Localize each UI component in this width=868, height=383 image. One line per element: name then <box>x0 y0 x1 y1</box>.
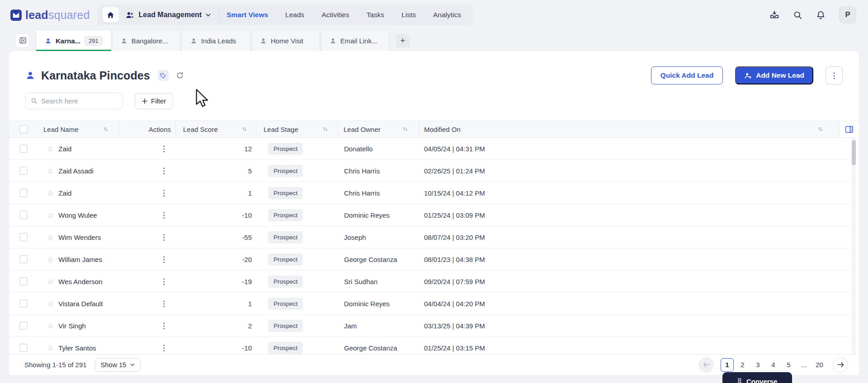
notifications-bell-button[interactable] <box>816 10 826 20</box>
lead-name[interactable]: Zaid Assadi <box>58 167 94 175</box>
table-row[interactable]: ☆ Wes Anderson ⋮ -19 Prospect Sri Sudhan… <box>9 271 859 293</box>
view-tab[interactable]: Karna... 291 <box>36 30 111 51</box>
row-actions-menu-icon[interactable]: ⋮ <box>160 278 168 285</box>
sort-icon[interactable] <box>103 126 108 132</box>
page-size-select[interactable]: Show 15 <box>95 358 141 372</box>
view-tab[interactable]: Email Link... <box>321 30 390 51</box>
row-checkbox[interactable] <box>19 189 28 197</box>
nav-item[interactable]: Leads <box>285 11 304 19</box>
search-button[interactable] <box>793 10 802 20</box>
converse-widget-button[interactable]: ⠿ Converse <box>722 372 792 383</box>
star-icon[interactable]: ☆ <box>47 167 54 175</box>
lead-name[interactable]: Wong Wulee <box>58 211 97 219</box>
column-header-modified-on[interactable]: Modified On <box>424 126 461 133</box>
row-actions-menu-icon[interactable]: ⋮ <box>160 256 168 263</box>
row-actions-menu-icon[interactable]: ⋮ <box>160 167 168 175</box>
row-actions-menu-icon[interactable]: ⋮ <box>160 145 168 153</box>
nav-item[interactable]: Smart Views <box>226 11 268 19</box>
vertical-scrollbar[interactable] <box>852 138 856 354</box>
pagination-page[interactable]: ... <box>797 358 811 372</box>
view-tab[interactable]: India Leads <box>182 30 250 51</box>
column-header-lead-stage[interactable]: Lead Stage <box>264 126 298 133</box>
star-icon[interactable]: ☆ <box>47 145 54 153</box>
lead-name[interactable]: Vir Singh <box>58 322 86 330</box>
row-actions-menu-icon[interactable]: ⋮ <box>160 344 168 352</box>
nav-item[interactable]: Lists <box>401 11 416 19</box>
user-avatar[interactable]: P <box>839 6 856 23</box>
table-row[interactable]: ☆ Wong Wulee ⋮ -10 Prospect Dominic Reye… <box>9 204 859 226</box>
row-checkbox[interactable] <box>19 344 28 352</box>
pagination-page[interactable]: 4 <box>767 358 780 372</box>
row-checkbox[interactable] <box>19 233 28 241</box>
sort-icon[interactable] <box>242 126 247 132</box>
select-all-checkbox[interactable] <box>19 125 28 133</box>
star-icon[interactable]: ☆ <box>47 211 54 219</box>
star-icon[interactable]: ☆ <box>47 256 54 263</box>
lead-name[interactable]: Zaid <box>58 189 71 197</box>
sort-icon[interactable] <box>818 126 823 132</box>
row-checkbox[interactable] <box>19 145 28 153</box>
add-view-tab-button[interactable]: + <box>396 34 410 47</box>
filter-button[interactable]: Filter <box>135 93 173 109</box>
row-actions-menu-icon[interactable]: ⋮ <box>160 211 168 219</box>
pagination-page[interactable]: 20 <box>813 358 826 372</box>
nav-item[interactable]: Activities <box>321 11 349 19</box>
refresh-icon[interactable] <box>176 71 184 79</box>
row-checkbox[interactable] <box>19 211 28 219</box>
column-header-lead-score[interactable]: Lead Score <box>183 126 218 133</box>
table-row[interactable]: ☆ Zaid ⋮ 12 Prospect Donatello 04/05/24 … <box>9 138 859 160</box>
star-icon[interactable]: ☆ <box>47 278 54 285</box>
row-checkbox[interactable] <box>19 322 28 330</box>
row-actions-menu-icon[interactable]: ⋮ <box>160 300 168 308</box>
more-actions-button[interactable]: ⋮ <box>826 66 843 84</box>
table-row[interactable]: ☆ Zaid Assadi ⋮ 5 Prospect Chris Harris … <box>9 160 859 182</box>
star-icon[interactable]: ☆ <box>47 300 54 308</box>
table-row[interactable]: ☆ William James ⋮ -20 Prospect George Co… <box>9 248 859 271</box>
star-icon[interactable]: ☆ <box>47 344 54 352</box>
column-header-lead-owner[interactable]: Lead Owner <box>344 126 381 133</box>
row-actions-menu-icon[interactable]: ⋮ <box>160 322 168 330</box>
table-row[interactable]: ☆ Vir Singh ⋮ 2 Prospect Jam 03/13/25 | … <box>9 315 859 337</box>
pagination-page[interactable]: 3 <box>751 358 764 372</box>
lead-name[interactable]: Tyler Santos <box>58 344 96 352</box>
pagination-page[interactable]: 2 <box>736 358 749 372</box>
home-button[interactable] <box>103 7 119 23</box>
star-icon[interactable]: ☆ <box>47 189 54 197</box>
next-page-button[interactable] <box>833 357 848 373</box>
row-actions-menu-icon[interactable]: ⋮ <box>160 189 168 197</box>
inbox-tray-button[interactable] <box>769 10 779 20</box>
sort-icon[interactable] <box>403 126 408 132</box>
search-input[interactable] <box>41 97 118 105</box>
lead-name[interactable]: Vistara Default <box>58 300 103 308</box>
star-icon[interactable]: ☆ <box>47 322 54 330</box>
pagination-page[interactable]: 5 <box>782 358 795 372</box>
view-tab[interactable]: Bangalore... <box>112 30 181 51</box>
nav-item[interactable]: Tasks <box>366 11 384 19</box>
table-row[interactable]: ☆ Wim Wenders ⋮ -55 Prospect Joseph 08/0… <box>9 226 859 248</box>
manage-columns-button[interactable] <box>839 121 859 137</box>
quick-add-lead-button[interactable]: Quick Add Lead <box>651 66 723 84</box>
row-checkbox[interactable] <box>19 255 28 263</box>
scrollbar-thumb[interactable] <box>852 140 856 165</box>
column-header-lead-name[interactable]: Lead Name <box>43 126 79 133</box>
table-row[interactable]: ☆ Vistara Default ⋮ 1 Prospect Dominic R… <box>9 293 859 315</box>
row-checkbox[interactable] <box>19 167 28 175</box>
lead-name[interactable]: Zaid <box>58 145 71 153</box>
row-checkbox[interactable] <box>19 299 28 308</box>
sort-icon[interactable] <box>323 126 328 132</box>
star-icon[interactable]: ☆ <box>47 234 54 241</box>
collapse-panel-button[interactable] <box>15 33 30 48</box>
row-checkbox[interactable] <box>19 277 28 285</box>
tag-icon[interactable] <box>158 70 169 81</box>
view-tab[interactable]: Home Visit <box>251 30 320 51</box>
table-row[interactable]: ☆ Zaid ⋮ 1 Prospect Chris Harris 10/15/2… <box>9 182 859 204</box>
lead-name[interactable]: William James <box>58 256 102 263</box>
pagination-page[interactable]: 1 <box>721 358 734 372</box>
row-actions-menu-icon[interactable]: ⋮ <box>160 234 168 241</box>
workspace-switcher[interactable]: Lead Management <box>125 10 211 20</box>
nav-item[interactable]: Analytics <box>433 11 461 19</box>
add-new-lead-button[interactable]: Add New Lead <box>735 66 813 84</box>
lead-name[interactable]: Wim Wenders <box>58 234 101 241</box>
lead-name[interactable]: Wes Anderson <box>58 278 102 285</box>
previous-page-button[interactable] <box>698 357 714 373</box>
